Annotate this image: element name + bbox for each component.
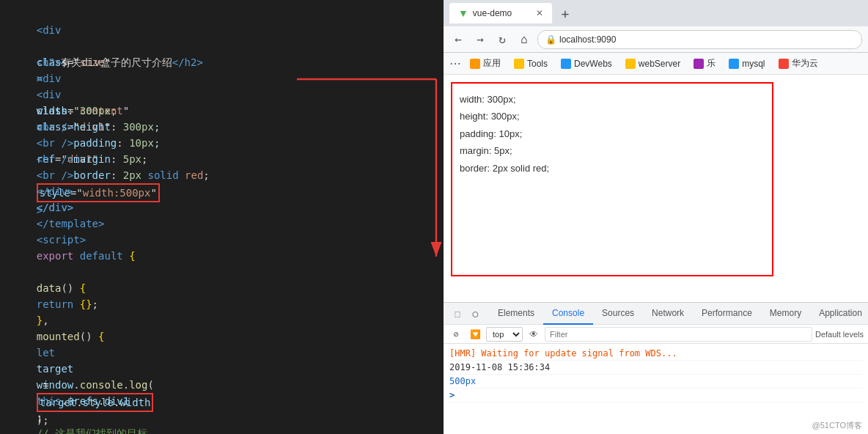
watermark: @51CTO博客 — [812, 420, 862, 431]
code-line: let target = this.$refs.div1 ; // 这是我们找到… — [0, 312, 444, 328]
bookmarks-apps-icon[interactable]: ⋯ — [449, 58, 461, 70]
demo-div-box: width: 300px; height: 300px; padding: 10… — [451, 82, 773, 276]
css-width: width: 300px; — [460, 91, 765, 108]
tab-memory[interactable]: Memory — [761, 303, 810, 325]
bookmark-tools-icon — [514, 59, 524, 69]
tab-close-button[interactable]: ✕ — [536, 8, 543, 18]
devtools-filter-icon[interactable]: 🔽 — [467, 326, 483, 342]
address-bar: ← → ↻ ⌂ 🔒 localhost:9090 — [444, 26, 868, 53]
bookmark-le-label: 乐 — [707, 57, 716, 70]
bookmark-apps-label: 应用 — [483, 57, 501, 70]
div-box-css-display: width: 300px; height: 300px; padding: 10… — [460, 91, 765, 177]
forward-button[interactable]: → — [471, 31, 489, 48]
devtools-eye-icon[interactable]: 👁 — [526, 326, 542, 342]
console-line-timestamp: 2019-11-08 15:36:34 — [449, 361, 862, 375]
console-filter-input[interactable] — [545, 327, 812, 342]
devtools-ban-icon[interactable]: ⊘ — [448, 326, 464, 342]
tab-application[interactable]: Application — [810, 303, 868, 325]
context-dropdown[interactable]: top — [486, 327, 523, 342]
bookmark-mysql-label: mysql — [742, 59, 765, 69]
code-line: <div class="content" > — [0, 38, 444, 54]
console-line-value: 500px — [449, 375, 862, 389]
bookmark-webserver[interactable]: webServer — [621, 57, 685, 70]
bookmark-mysql[interactable]: mysql — [724, 57, 769, 70]
devtools-tab-bar: ⬚ ◯ Elements Console Sources Network Per… — [444, 303, 868, 325]
bookmark-huawei-label: 华为云 — [792, 57, 818, 70]
devtools-cursor-icon[interactable]: ⬚ — [449, 306, 466, 322]
devtools-panel: ⬚ ◯ Elements Console Sources Network Per… — [444, 302, 868, 434]
code-line: return {}; — [0, 264, 444, 280]
console-log-highlight: target.style.width — [37, 393, 154, 412]
url-bar[interactable]: 🔒 localhost:9090 — [537, 30, 862, 49]
css-border: border: 2px solid red; — [460, 160, 765, 177]
reload-button[interactable]: ↻ — [493, 31, 511, 48]
bookmarks-bar: ⋯ 应用 Tools DevWebs webServer 乐 mysql 华为云 — [444, 53, 868, 75]
css-padding: padding: 10px; — [460, 125, 765, 142]
tab-favicon: ▼ — [458, 7, 468, 19]
console-output: [HMR] Waiting for update signal from WDS… — [444, 344, 868, 434]
new-tab-button[interactable]: + — [555, 3, 575, 23]
css-margin: margin: 5px; — [460, 142, 765, 159]
bookmark-devwebs-label: DevWebs — [574, 59, 612, 69]
devtools-toolbar: ⊘ 🔽 top 👁 Default levels — [444, 325, 868, 344]
tab-console[interactable]: Console — [543, 303, 593, 325]
tab-network[interactable]: Network — [643, 303, 693, 325]
bookmark-webserver-label: webServer — [639, 59, 680, 69]
tab-elements[interactable]: Elements — [489, 303, 543, 325]
browser-content: width: 300px; height: 300px; padding: 10… — [444, 75, 868, 434]
console-line-prompt[interactable]: > — [449, 389, 862, 402]
bookmark-apps[interactable]: 应用 — [466, 56, 505, 71]
css-height: height: 300px; — [460, 108, 765, 125]
tab-bar: ▼ vue-demo ✕ + — [444, 0, 868, 26]
back-button[interactable]: ← — [449, 31, 467, 48]
tab-label: vue-demo — [473, 8, 512, 18]
bookmark-apps-icon — [470, 59, 480, 69]
bookmark-devwebs-icon — [561, 59, 571, 69]
bookmark-huawei[interactable]: 华为云 — [774, 56, 823, 71]
code-line: <h2>有关div盒子的尺寸介绍</h2> — [0, 22, 444, 38]
code-line-console: window.console.log( target.style.width )… — [0, 345, 444, 361]
code-line: <div class="size" > — [0, 6, 444, 22]
preview-area: width: 300px; height: 300px; padding: 10… — [444, 75, 868, 302]
code-editor: <div class="size" > <h2>有关div盒子的尺寸介绍</h2… — [0, 0, 444, 434]
console-line-hmr: [HMR] Waiting for update signal from WDS… — [449, 347, 862, 361]
bookmark-le-icon — [694, 59, 704, 69]
bookmark-devwebs[interactable]: DevWebs — [556, 57, 617, 70]
bookmark-le[interactable]: 乐 — [689, 56, 720, 71]
bookmark-tools[interactable]: Tools — [510, 57, 552, 70]
tab-performance[interactable]: Performance — [693, 303, 761, 325]
bookmark-mysql-icon — [729, 59, 739, 69]
code-line: width: 300px; — [0, 70, 444, 87]
devtools-circle-icon[interactable]: ◯ — [467, 306, 483, 322]
lock-icon: 🔒 — [545, 34, 556, 45]
default-levels-label: Default levels — [815, 330, 864, 339]
url-text: localhost:9090 — [559, 34, 616, 45]
tab-sources[interactable]: Sources — [593, 303, 643, 325]
bookmark-huawei-icon — [779, 59, 789, 69]
browser-panel: ▼ vue-demo ✕ + ← → ↻ ⌂ 🔒 localhost:9090 … — [444, 0, 868, 434]
bookmark-webserver-icon — [625, 59, 636, 69]
devtools-icon-group: ⬚ ◯ — [446, 306, 486, 322]
home-button[interactable]: ⌂ — [515, 31, 533, 48]
active-tab[interactable]: ▼ vue-demo ✕ — [449, 3, 552, 23]
bookmark-tools-label: Tools — [527, 59, 548, 69]
